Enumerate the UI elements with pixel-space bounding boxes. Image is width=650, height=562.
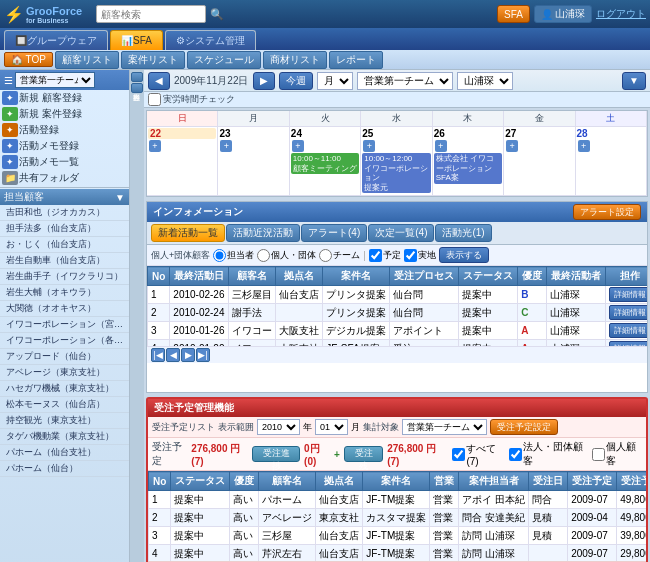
- right-panel-btn-2[interactable]: 担当顧客: [131, 83, 143, 93]
- prev-week-button[interactable]: ◀: [148, 72, 170, 90]
- search-icon: 🔍: [210, 8, 224, 21]
- company-item[interactable]: アベレージ（東京支社）: [0, 365, 129, 381]
- nokori-btn[interactable]: 受注残: [344, 446, 383, 462]
- sidebar-action-activity[interactable]: ✦ 活動登録: [0, 122, 129, 138]
- cal-add-23[interactable]: +: [220, 140, 232, 152]
- product-list-tab[interactable]: 商材リスト: [263, 51, 327, 69]
- period-select[interactable]: 月 週 日: [317, 72, 353, 90]
- cal-add-27[interactable]: +: [506, 140, 518, 152]
- company-item[interactable]: パホーム（仙台支社）: [0, 445, 129, 461]
- logout-link[interactable]: ログアウト: [596, 7, 646, 21]
- detail-button[interactable]: 詳細情報: [609, 323, 647, 338]
- aggregate-team-select[interactable]: 営業第一チーム: [402, 419, 487, 435]
- order-month-select[interactable]: 01: [315, 419, 348, 435]
- sidebar-action-new-customer[interactable]: ✦ 新規 顧客登録: [0, 90, 129, 106]
- company-item[interactable]: 大関徳（オオキヤス）: [0, 301, 129, 317]
- nav-tab-sfa[interactable]: 📊 SFA: [110, 30, 163, 50]
- company-item[interactable]: イワコーポレーション（宮古）: [0, 317, 129, 333]
- company-item[interactable]: 担手法多（仙台支店）: [0, 221, 129, 237]
- nav-tab-groupware[interactable]: 🔲 グループウェア: [4, 30, 108, 50]
- next-week-button[interactable]: ▶: [253, 72, 275, 90]
- filter-personal-ind[interactable]: 個人・団体: [257, 249, 316, 262]
- cal-add-26[interactable]: +: [435, 140, 447, 152]
- user-select[interactable]: 山浦琛: [457, 72, 513, 90]
- all-checkbox[interactable]: [452, 448, 465, 461]
- schedule-tab[interactable]: スケジュール: [187, 51, 261, 69]
- detail-button[interactable]: 詳細情報: [609, 305, 647, 320]
- order-table-container: No ステータス 優度 顧客名 拠点名 案件名 営業 案件担当者 受注日 受注予…: [148, 471, 646, 561]
- prev-page-btn[interactable]: ◀: [166, 348, 180, 362]
- detail-button[interactable]: 詳細情報: [609, 287, 647, 302]
- sidebar-toggle-companies[interactable]: 担当顧客 ▼: [0, 189, 129, 205]
- sidebar-action-memo-list[interactable]: ✦ 活動メモ一覧: [0, 154, 129, 170]
- individual-checkbox[interactable]: [592, 448, 605, 461]
- cal-event-corp[interactable]: 株式会社 イワコーポレーションSFA案: [434, 153, 502, 184]
- info-tab-light[interactable]: 活動光(1): [435, 224, 491, 242]
- company-item[interactable]: お・じく（仙台支店）: [0, 237, 129, 253]
- ord-cell-orderdate: 見積: [529, 527, 568, 545]
- alert-settings-button[interactable]: アラート設定: [573, 204, 641, 220]
- next-page-btn[interactable]: ▶: [181, 348, 195, 362]
- company-item[interactable]: 松本モーヌス（仙台店）: [0, 397, 129, 413]
- customer-search-input[interactable]: [96, 5, 206, 23]
- order-year-select[interactable]: 2010: [257, 419, 300, 435]
- company-item[interactable]: 吉田和也（ジオカカス）: [0, 205, 129, 221]
- uriage-btn[interactable]: 受注進捗: [252, 446, 300, 462]
- ord-cell-manager: 訪問 山浦琛: [459, 545, 529, 562]
- filter-apply-button[interactable]: 表示する: [439, 247, 489, 263]
- cal-event-meeting[interactable]: 10:00～11:00顧客ミーティング: [291, 153, 359, 174]
- cal-add-25[interactable]: +: [363, 140, 375, 152]
- company-item[interactable]: 岩生自動車（仙台支店）: [0, 253, 129, 269]
- company-item[interactable]: パホーム（仙台）: [0, 461, 129, 477]
- ord-cell-yotei: 2009-07: [568, 545, 617, 562]
- first-page-btn[interactable]: |◀: [151, 348, 165, 362]
- this-week-button[interactable]: 今週: [279, 72, 313, 90]
- nav-tab-system[interactable]: ⚙ システム管理: [165, 30, 256, 50]
- cal-add-22[interactable]: +: [149, 140, 161, 152]
- sidebar-action-new-case[interactable]: ✦ 新規 案件登録: [0, 106, 129, 122]
- company-item[interactable]: 持空観光（東京支社）: [0, 413, 129, 429]
- filter-personal-team[interactable]: 担当者: [213, 249, 254, 262]
- filter-yotei[interactable]: 予定: [369, 249, 401, 262]
- settings-button[interactable]: ▼: [622, 72, 646, 90]
- customer-list-tab[interactable]: 顧客リスト: [55, 51, 119, 69]
- cal-event-proposal[interactable]: 10:00～12:00イワコーポレーション提案元: [362, 153, 430, 193]
- info-tab-activity[interactable]: 新着活動一覧: [151, 224, 225, 242]
- ord-cell-status: 提案中: [171, 527, 230, 545]
- overtime-checkbox[interactable]: [148, 93, 161, 106]
- sidebar-team-select[interactable]: 営業第一チーム: [15, 72, 95, 88]
- info-tab-next[interactable]: 次定一覧(4): [368, 224, 434, 242]
- order-list-label: 受注予定リスト: [152, 421, 215, 434]
- report-tab[interactable]: レポート: [329, 51, 383, 69]
- last-page-btn[interactable]: ▶|: [196, 348, 210, 362]
- team-select[interactable]: 営業第一チーム: [357, 72, 453, 90]
- cal-add-24[interactable]: +: [292, 140, 304, 152]
- info-tab-recent[interactable]: 活動近況活動: [226, 224, 300, 242]
- filter-team[interactable]: チーム: [319, 249, 360, 262]
- yotei-summary: 受注予定 276,800 円(7): [152, 440, 248, 468]
- ord-cell-sales: 営業: [430, 545, 459, 562]
- top-tab[interactable]: 🏠 TOP: [4, 52, 53, 67]
- filter-individual-label[interactable]: 個人顧客: [592, 440, 643, 468]
- company-item[interactable]: 岩生曲手子（イワクラリコ）: [0, 269, 129, 285]
- company-item[interactable]: アップロード（仙台）: [0, 349, 129, 365]
- company-item[interactable]: 岩生大輔（オキウラ）: [0, 285, 129, 301]
- company-item[interactable]: イワコーポレーション（各地）: [0, 333, 129, 349]
- filter-all[interactable]: すべて(7): [452, 442, 505, 467]
- cal-add-28[interactable]: +: [578, 140, 590, 152]
- info-tab-alert[interactable]: アラート(4): [301, 224, 367, 242]
- right-panel-btn-1[interactable]: 担当案件: [131, 72, 143, 82]
- corporate-checkbox[interactable]: [509, 448, 522, 461]
- app-logo: ⚡ GrooForce for Business: [4, 5, 82, 24]
- col-action: 担作: [606, 267, 647, 286]
- sidebar-action-memo-register[interactable]: ✦ 活動メモ登録: [0, 138, 129, 154]
- order-setting-button[interactable]: 受注予定設定: [490, 419, 558, 435]
- company-item[interactable]: ハセガワ機械（東京支社）: [0, 381, 129, 397]
- company-item[interactable]: タゲバ機動業（東京支社）: [0, 429, 129, 445]
- filter-jisshi[interactable]: 実地: [404, 249, 436, 262]
- cal-date-23: 23: [219, 128, 287, 139]
- filter-corporate-label[interactable]: 法人・団体顧客: [509, 440, 588, 468]
- sfa-button[interactable]: SFA: [497, 5, 530, 23]
- case-list-tab[interactable]: 案件リスト: [121, 51, 185, 69]
- sidebar-action-shared-folder[interactable]: 📁 共有フォルダ: [0, 170, 129, 186]
